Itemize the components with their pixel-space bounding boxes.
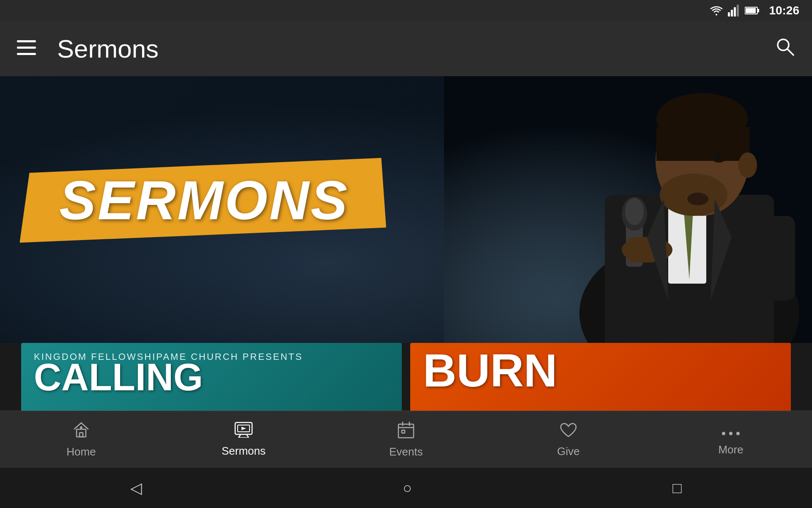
svg-rect-3 xyxy=(734,7,736,17)
battery-icon xyxy=(745,6,760,15)
svg-rect-4 xyxy=(737,5,739,17)
paint-stroke-bg: SERMONS xyxy=(34,161,374,240)
nav-item-more[interactable]: More xyxy=(650,419,812,461)
preacher-image xyxy=(431,76,812,343)
svg-point-21 xyxy=(738,152,757,178)
status-icons: 10:26 xyxy=(710,4,799,17)
card-church-name-1: KINGDOM FELLOWSHIPAME CHURCH PRESENTS xyxy=(34,351,389,362)
home-button[interactable]: ○ xyxy=(403,479,412,497)
card-big-text-2: BURN xyxy=(423,349,778,391)
app-bar-title: Sermons xyxy=(57,34,159,64)
svg-rect-20 xyxy=(656,127,749,161)
preacher-svg xyxy=(444,76,812,343)
svg-point-28 xyxy=(625,198,644,225)
svg-rect-35 xyxy=(80,433,83,437)
svg-point-36 xyxy=(80,426,82,429)
svg-rect-6 xyxy=(757,9,759,12)
svg-line-12 xyxy=(787,49,794,55)
nav-item-sermons[interactable]: Sermons xyxy=(162,417,325,462)
sermons-hero-text: SERMONS xyxy=(59,169,349,231)
svg-rect-43 xyxy=(398,424,414,438)
svg-point-25 xyxy=(714,153,722,160)
nav-label-home: Home xyxy=(66,445,96,458)
app-bar: Sermons xyxy=(0,21,812,76)
sermons-icon xyxy=(234,422,253,440)
system-nav-bar: ◁ ○ □ xyxy=(0,468,812,508)
svg-rect-31 xyxy=(761,216,795,301)
svg-point-49 xyxy=(729,432,732,435)
nav-label-events: Events xyxy=(389,445,423,458)
search-button[interactable] xyxy=(775,36,795,61)
sermons-hero-overlay: SERMONS xyxy=(34,161,374,240)
nav-label-sermons: Sermons xyxy=(222,444,266,458)
back-button[interactable]: ◁ xyxy=(130,479,142,497)
svg-point-0 xyxy=(716,14,717,15)
nav-label-give: Give xyxy=(557,445,579,458)
recents-button[interactable]: □ xyxy=(672,479,682,497)
events-icon xyxy=(398,421,414,441)
svg-rect-9 xyxy=(17,47,36,49)
more-icon xyxy=(721,423,740,439)
svg-rect-10 xyxy=(17,53,36,55)
home-icon xyxy=(72,421,90,441)
signal-icon xyxy=(728,5,740,17)
nav-item-home[interactable]: Home xyxy=(0,417,162,463)
nav-item-give[interactable]: Give xyxy=(487,417,650,462)
svg-point-50 xyxy=(736,432,740,435)
hero-section: SERMONS xyxy=(0,76,812,343)
nav-item-events[interactable]: Events xyxy=(325,417,487,463)
status-bar: 10:26 xyxy=(0,0,812,21)
svg-point-11 xyxy=(778,39,789,50)
svg-rect-47 xyxy=(402,430,405,433)
status-time: 10:26 xyxy=(769,4,799,17)
svg-rect-2 xyxy=(731,10,733,17)
svg-rect-8 xyxy=(17,40,36,42)
card-big-text-1: CALLING xyxy=(34,360,389,395)
svg-point-48 xyxy=(722,432,725,435)
nav-label-more: More xyxy=(718,443,743,456)
svg-point-23 xyxy=(687,193,708,205)
app-bar-left: Sermons xyxy=(17,34,159,64)
bottom-nav: Home Sermons xyxy=(0,411,812,468)
svg-rect-1 xyxy=(728,12,730,17)
give-icon xyxy=(559,421,578,441)
wifi-icon xyxy=(710,6,723,16)
hamburger-menu-icon[interactable] xyxy=(17,40,36,58)
svg-marker-39 xyxy=(241,427,246,430)
svg-rect-7 xyxy=(746,8,756,13)
